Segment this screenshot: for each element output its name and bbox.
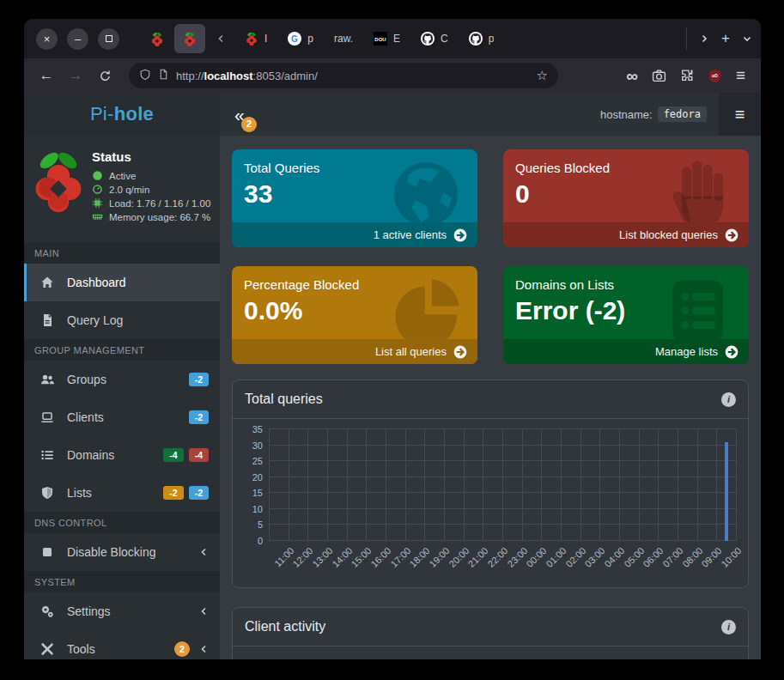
tab-actions: +	[686, 27, 752, 50]
reload-button[interactable]	[93, 64, 117, 88]
gridline	[289, 429, 289, 541]
tab-title: E	[393, 33, 400, 45]
x-tick-label: 02:00	[563, 545, 587, 569]
dot-icon	[92, 170, 103, 181]
card-footer-link[interactable]: Manage lists	[503, 339, 749, 364]
main-content: Total Queries331 active clientsQueries B…	[220, 136, 761, 659]
gridline	[483, 429, 483, 541]
pihole-logo-text[interactable]: Pi-hole	[24, 93, 220, 136]
ublock-shield-icon[interactable]: uO	[708, 69, 722, 83]
dou-favicon: DOU	[374, 32, 387, 46]
gridline	[580, 429, 581, 541]
sidebar-item-label: Clients	[67, 410, 104, 424]
card-footer-link[interactable]: List all queries	[232, 339, 477, 364]
sidebar-item-query-log[interactable]: Query Log	[24, 301, 220, 339]
client-activity-panel: Client activity i	[232, 607, 749, 659]
browser-tab[interactable]: DOUE	[365, 24, 409, 53]
gridline	[599, 429, 600, 541]
status-label: 2.0 q/min	[109, 185, 149, 195]
card-footer-label: 1 active clients	[374, 228, 447, 241]
card-title: Percentage Blocked	[232, 266, 477, 292]
y-tick-label: 20	[252, 472, 263, 483]
sidebar-item-label: Tools	[67, 642, 95, 656]
sidebar-item-lists[interactable]: Lists-2-2	[24, 474, 220, 512]
containers-icon[interactable]: ∞	[626, 68, 638, 84]
close-window-button[interactable]: ×	[36, 28, 58, 50]
x-tick-label: 00:00	[525, 545, 549, 569]
browser-tab-active[interactable]	[174, 24, 205, 53]
sidebar-collapse-button[interactable]: « 2	[234, 106, 257, 124]
pihole-page: Pi-hole « 2 hostname: fedora ≡	[24, 93, 761, 659]
browser-tab-pinned[interactable]	[143, 24, 171, 53]
new-tab-button[interactable]: +	[721, 30, 730, 47]
badges: -2	[189, 373, 209, 387]
card-footer-link[interactable]: 1 active clients	[232, 222, 477, 247]
header-menu-button[interactable]: ≡	[719, 93, 761, 136]
maximize-window-button[interactable]	[98, 28, 119, 50]
arrow-circle-right-icon	[725, 228, 738, 242]
sidebar-item-domains[interactable]: Domains-4-4	[24, 436, 220, 474]
chevron-left-icon	[198, 547, 209, 557]
sidebar-item-dashboard[interactable]: Dashboard	[24, 264, 220, 301]
card-footer-link[interactable]: List blocked queries	[503, 222, 749, 247]
gridline	[541, 429, 542, 541]
url-bar[interactable]: http://localhost:8053/admin/ ☆	[129, 63, 558, 88]
status-active: Active	[92, 170, 210, 181]
extensions-puzzle-icon[interactable]	[680, 69, 694, 82]
shield-permissions-icon[interactable]	[139, 69, 151, 83]
github-favicon	[421, 32, 435, 46]
scroll-tabs-left-icon[interactable]	[216, 33, 226, 44]
chip-icon	[92, 197, 103, 209]
bookmark-star-icon[interactable]: ☆	[537, 68, 548, 83]
status-2-0-q-min: 2.0 q/min	[92, 184, 210, 195]
screenshot-camera-icon[interactable]	[652, 69, 666, 83]
tab-title: raw.	[334, 33, 353, 45]
url-suffix: :8053/admin/	[253, 70, 318, 82]
forward-button[interactable]: →	[64, 64, 88, 88]
card-queries-blocked: Queries Blocked0List blocked queries	[503, 149, 749, 247]
x-tick-label: 01:00	[544, 545, 568, 569]
browser-tab[interactable]: Gp	[279, 24, 322, 53]
list-tabs-icon[interactable]	[742, 33, 752, 44]
scroll-tabs-right-icon[interactable]	[699, 33, 709, 44]
gears-icon	[27, 604, 67, 618]
info-icon[interactable]: i	[721, 392, 736, 407]
browser-tab[interactable]: C	[412, 24, 457, 53]
status-label: Memory usage: 66.7 %	[109, 212, 210, 222]
sidebar-item-groups[interactable]: Groups-2	[24, 361, 220, 398]
status-label: Active	[109, 171, 136, 181]
page-info-icon[interactable]	[158, 69, 169, 82]
browser-tab[interactable]: I	[236, 24, 276, 53]
gridline	[269, 429, 270, 541]
laptop-icon	[27, 410, 67, 424]
update-badge: 2	[241, 117, 257, 132]
gridline	[736, 429, 737, 541]
info-icon[interactable]: i	[721, 620, 736, 634]
sidebar-item-disable-blocking[interactable]: Disable Blocking	[24, 533, 220, 571]
sidebar-item-clients[interactable]: Clients-2	[24, 398, 220, 436]
plot-area[interactable]	[269, 429, 736, 541]
browser-menu-icon[interactable]: ≡	[736, 66, 745, 85]
tabs-strip: IGpraw.DOUECp	[143, 24, 502, 53]
back-button[interactable]: ←	[34, 64, 58, 88]
query-bar[interactable]	[725, 442, 728, 541]
status-memory-usage-66-7: Memory usage: 66.7 %	[92, 211, 210, 222]
gridline	[619, 429, 620, 541]
sidebar-item-settings[interactable]: Settings	[24, 592, 220, 630]
sidebar-item-tools[interactable]: Tools2	[24, 630, 220, 659]
status-label: Load: 1.76 / 1.16 / 1.00	[109, 198, 210, 209]
y-tick-label: 5	[258, 519, 263, 530]
x-tick-label: 06:00	[641, 545, 665, 569]
count-badge: -2	[189, 486, 209, 501]
browser-tab[interactable]: p	[460, 24, 503, 53]
card-footer-label: Manage lists	[655, 345, 718, 358]
card-footer-label: List blocked queries	[619, 228, 718, 241]
status-lines: Active2.0 q/minLoad: 1.76 / 1.16 / 1.00M…	[92, 170, 210, 222]
badges: -2	[189, 410, 209, 425]
home-icon	[27, 276, 67, 289]
hostname-display: hostname: fedora	[600, 106, 719, 122]
minimize-window-button[interactable]: –	[67, 28, 88, 50]
sidebar-item-label: Dashboard	[67, 276, 126, 289]
browser-tab[interactable]: raw.	[325, 24, 362, 53]
hostname-value: fedora	[658, 106, 707, 122]
